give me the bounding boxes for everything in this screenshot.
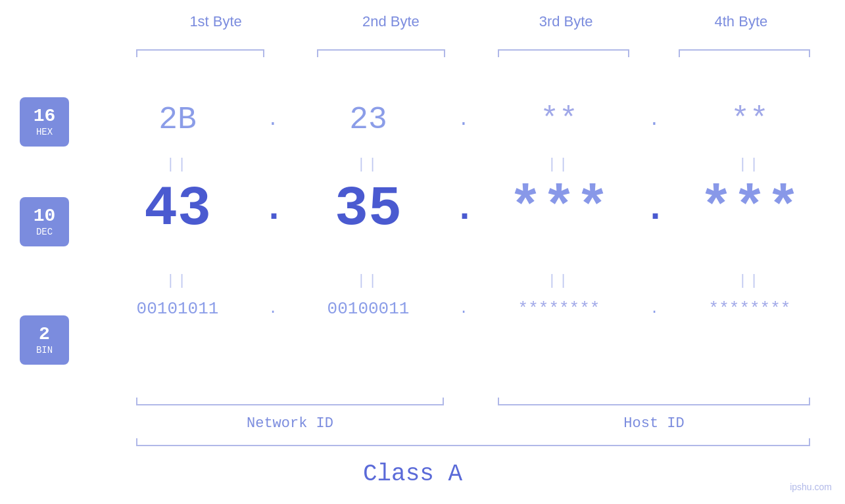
bracket-right-2 xyxy=(444,49,445,57)
hex-val-4: ** xyxy=(664,102,835,137)
bin-dot-1: . xyxy=(263,301,283,317)
main-container: 1st Byte 2nd Byte 3rd Byte 4th Byte 16 H… xyxy=(0,0,845,504)
dec-row: 43 . 35 . *** . *** xyxy=(92,177,835,241)
bracket-left-2 xyxy=(317,49,318,57)
hex-dot-3: . xyxy=(644,110,664,130)
dec-val-2: 35 xyxy=(283,177,454,241)
bracket-left-1 xyxy=(136,49,137,57)
hex-badge: 16 HEX xyxy=(20,97,69,147)
bin-label: BIN xyxy=(36,345,53,355)
dec-dot-1: . xyxy=(263,189,283,230)
bin-dot-2: . xyxy=(454,301,473,317)
bracket-right-1 xyxy=(263,49,264,57)
bracket-host-top xyxy=(498,404,810,405)
host-id-label: Host ID xyxy=(498,415,810,432)
column-headers: 1st Byte 2nd Byte 3rd Byte 4th Byte xyxy=(128,13,829,30)
dec-val-4: *** xyxy=(664,177,835,241)
bracket-right-3 xyxy=(628,49,629,57)
hex-label: HEX xyxy=(36,127,53,137)
hex-val-3: ** xyxy=(473,102,644,137)
eq-1-b4: || xyxy=(664,156,835,173)
bracket-top-2 xyxy=(317,49,445,51)
bracket-host-left xyxy=(498,398,499,405)
eq-1-b2: || xyxy=(283,156,454,173)
hex-val-1: 2B xyxy=(92,102,263,137)
outer-bracket-right xyxy=(809,438,810,446)
eq-2-b1: || xyxy=(92,273,263,289)
bracket-top-3 xyxy=(498,49,629,51)
bracket-left-4 xyxy=(679,49,680,57)
hex-num: 16 xyxy=(34,106,56,127)
bin-row: 00101011 . 00100011 . ******** . *******… xyxy=(92,299,835,319)
dec-dot-3: . xyxy=(644,189,664,230)
bin-val-3: ******** xyxy=(473,299,644,319)
eq-row-2: || || || || xyxy=(92,273,835,289)
bracket-network-right xyxy=(443,398,444,405)
hex-dot-2: . xyxy=(454,110,473,130)
bracket-right-4 xyxy=(809,49,810,57)
dec-num: 10 xyxy=(34,206,56,227)
bin-badge: 2 BIN xyxy=(20,315,69,365)
bracket-left-3 xyxy=(498,49,499,57)
col-header-3: 3rd Byte xyxy=(479,13,654,30)
bracket-top-4 xyxy=(679,49,810,51)
outer-bracket-left xyxy=(136,438,137,446)
bracket-network-left xyxy=(136,398,137,405)
bin-val-2: 00100011 xyxy=(283,299,454,319)
bracket-network-top xyxy=(136,404,444,405)
hex-val-2: 23 xyxy=(283,102,454,137)
dec-dot-2: . xyxy=(454,189,473,230)
bracket-host-right xyxy=(809,398,810,405)
col-header-1: 1st Byte xyxy=(128,13,303,30)
col-header-2: 2nd Byte xyxy=(303,13,478,30)
eq-2-b3: || xyxy=(473,273,644,289)
dec-val-1: 43 xyxy=(92,177,263,241)
bin-val-1: 00101011 xyxy=(92,299,263,319)
eq-1-b3: || xyxy=(473,156,644,173)
bin-num: 2 xyxy=(39,325,50,345)
network-id-label: Network ID xyxy=(136,415,444,432)
bin-dot-3: . xyxy=(644,301,664,317)
watermark: ipshu.com xyxy=(790,482,832,492)
bin-val-4: ******** xyxy=(664,299,835,319)
outer-bracket xyxy=(136,445,810,446)
dec-val-3: *** xyxy=(473,177,644,241)
hex-row: 2B . 23 . ** . ** xyxy=(92,102,835,137)
eq-2-b2: || xyxy=(283,273,454,289)
col-header-4: 4th Byte xyxy=(654,13,829,30)
hex-dot-1: . xyxy=(263,110,283,130)
eq-1-b1: || xyxy=(92,156,263,173)
eq-row-1: || || || || xyxy=(92,156,835,173)
class-label: Class A xyxy=(0,461,825,488)
dec-label: DEC xyxy=(36,227,53,237)
dec-badge: 10 DEC xyxy=(20,197,69,246)
eq-2-b4: || xyxy=(664,273,835,289)
bracket-top-1 xyxy=(136,49,264,51)
